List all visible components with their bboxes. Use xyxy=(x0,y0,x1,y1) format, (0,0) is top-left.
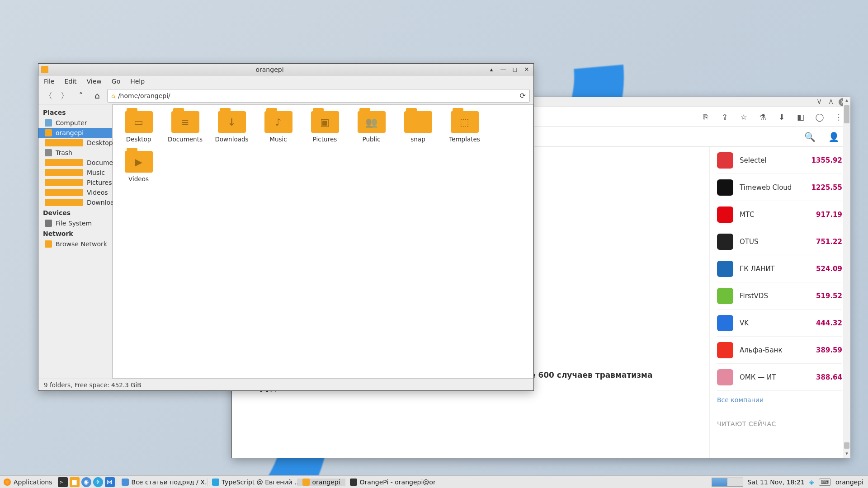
company-name: Selectel xyxy=(740,156,811,164)
dropdown-icon[interactable]: ᐯ xyxy=(815,98,823,106)
telegram-icon[interactable]: ✈ xyxy=(93,477,103,487)
folder-pictures[interactable]: ▣Pictures xyxy=(306,111,344,143)
sidebar-item-music[interactable]: Music xyxy=(38,168,112,178)
sidebar-item-computer[interactable]: Computer xyxy=(38,118,112,128)
sidebar-item-label: Videos xyxy=(87,189,108,196)
browser-scrollbar[interactable]: ▴ ▾ xyxy=(843,147,849,458)
folder-documents[interactable]: ≡Documents xyxy=(166,111,204,143)
folder-snap[interactable]: snap xyxy=(399,111,437,143)
sidebar-item-browse-network[interactable]: Browse Network xyxy=(38,239,112,249)
taskbar-task[interactable]: TypeScript @ Евгений … xyxy=(207,479,297,486)
sidebar-item-downloads[interactable]: Downloads xyxy=(38,197,112,207)
taskbar-task[interactable]: Все статьи подряд / Х… xyxy=(117,479,207,486)
folder-public[interactable]: 👥Public xyxy=(352,111,391,143)
scroll-thumb[interactable] xyxy=(844,442,849,449)
search-icon[interactable]: 🔍 xyxy=(804,131,816,142)
workspace-switcher[interactable] xyxy=(712,478,743,487)
company-row[interactable]: Альфа-Банк389.59 xyxy=(717,337,842,364)
fm-content[interactable]: ▭Desktop≡Documents↓Downloads♪Music▣Pictu… xyxy=(113,104,533,379)
forward-icon[interactable]: 〉 xyxy=(58,89,71,102)
sidebar-item-desktop[interactable]: Desktop xyxy=(38,138,112,148)
folder-icon xyxy=(45,179,83,186)
menu-icon[interactable]: ⋮ xyxy=(834,113,843,122)
company-row[interactable]: ОМК — ИТ388.64 xyxy=(717,364,842,391)
company-price: 388.64 xyxy=(816,373,842,381)
folder-downloads[interactable]: ↓Downloads xyxy=(212,111,251,143)
scroll-down-icon[interactable]: ▾ xyxy=(843,450,849,458)
menu-edit[interactable]: Edit xyxy=(64,78,76,85)
company-row[interactable]: OTUS751.22 xyxy=(717,228,842,255)
chromium-icon[interactable]: ◉ xyxy=(81,477,91,487)
company-price: 917.19 xyxy=(816,211,842,219)
sidebar-item-label: File System xyxy=(56,220,92,227)
company-row[interactable]: VK444.32 xyxy=(717,310,842,337)
sidebar-item-label: orangepi xyxy=(56,129,84,136)
clock[interactable]: Sat 11 Nov, 18:21 xyxy=(748,479,805,486)
up-icon[interactable]: ˄ xyxy=(75,89,87,102)
sidebar-item-pictures[interactable]: Pictures xyxy=(38,178,112,188)
company-row[interactable]: Timeweb Cloud1225.55 xyxy=(717,174,842,201)
send-icon[interactable]: ⎘ xyxy=(701,113,710,122)
home-icon[interactable]: ⌂ xyxy=(91,89,104,102)
folder-desktop[interactable]: ▭Desktop xyxy=(119,111,158,143)
path-text: /home/orangepi/ xyxy=(118,92,170,99)
sidebar-item-documents[interactable]: Documents xyxy=(38,158,112,168)
menu-help[interactable]: Help xyxy=(130,78,145,85)
menu-file[interactable]: File xyxy=(44,78,54,85)
folder-icon xyxy=(45,169,83,176)
folder-label: Templates xyxy=(445,136,484,143)
terminal-icon[interactable]: ＞_ xyxy=(58,477,68,487)
sidebar-item-label: Pictures xyxy=(87,179,112,186)
share-icon[interactable]: ⇪ xyxy=(720,113,729,122)
keyboard-layout-icon[interactable]: ⌨ xyxy=(819,479,831,486)
sidebar-item-file-system[interactable]: File System xyxy=(38,218,112,228)
download-icon[interactable]: ⬇ xyxy=(777,113,786,122)
sidebar-item-videos[interactable]: Videos xyxy=(38,188,112,197)
company-row[interactable]: FirstVDS519.52 xyxy=(717,282,842,310)
applications-menu[interactable]: Applications xyxy=(0,479,56,486)
home-icon: ⌂ xyxy=(111,92,115,99)
sidebar-item-trash[interactable]: Trash xyxy=(38,148,112,158)
star-icon[interactable]: ☆ xyxy=(739,113,748,122)
company-row[interactable]: Selectel1355.92 xyxy=(717,147,842,174)
file-manager-icon[interactable]: ▆ xyxy=(70,477,80,487)
sidebar-item-orangepi[interactable]: orangepi xyxy=(38,128,112,138)
folder-icon xyxy=(404,111,432,133)
folder-music[interactable]: ♪Music xyxy=(259,111,297,143)
window-title: orangepi xyxy=(52,66,487,73)
user-indicator[interactable]: orangepi xyxy=(835,479,863,486)
fm-menubar: FileEditViewGoHelp xyxy=(38,75,533,87)
user-icon[interactable]: 👤 xyxy=(828,131,840,142)
menu-view[interactable]: View xyxy=(87,78,102,85)
panel-icon[interactable]: ◧ xyxy=(796,113,805,122)
address-bar[interactable]: ⌂ /home/orangepi/ ⟳ xyxy=(107,89,530,103)
vscode-icon[interactable]: ⋈ xyxy=(105,477,115,487)
folder-templates[interactable]: ⬚Templates xyxy=(445,111,484,143)
task-icon xyxy=(350,479,357,486)
net-icon xyxy=(45,240,52,248)
rollup-icon[interactable]: ▴ xyxy=(487,66,495,74)
fm-titlebar[interactable]: orangepi ▴ — ◻ ✕ xyxy=(38,64,533,75)
company-logo-icon xyxy=(717,206,733,223)
company-row[interactable]: ГК ЛАНИТ524.09 xyxy=(717,255,842,282)
minimize-icon[interactable]: — xyxy=(499,66,507,74)
company-price: 1225.55 xyxy=(811,183,842,192)
taskbar-task[interactable]: orangepi xyxy=(297,479,345,486)
folder-videos[interactable]: ▶Videos xyxy=(119,151,158,183)
company-logo-icon xyxy=(717,288,733,304)
company-row[interactable]: МТС917.19 xyxy=(717,201,842,228)
computer-icon xyxy=(45,119,52,127)
menu-go[interactable]: Go xyxy=(112,78,120,85)
profile-icon[interactable]: ◯ xyxy=(815,113,824,122)
flask-icon[interactable]: ⚗ xyxy=(758,113,767,122)
telegram-tray-icon[interactable]: ◈ xyxy=(809,479,814,486)
taskbar-task[interactable]: OrangePi - orangepi@or… xyxy=(345,479,435,486)
folder-icon: ▶ xyxy=(125,151,153,173)
sidebar-item-label: Music xyxy=(87,169,105,176)
maximize-icon[interactable]: ◻ xyxy=(511,66,519,74)
refresh-icon[interactable]: ⟳ xyxy=(520,91,526,100)
all-companies-link[interactable]: Все компании xyxy=(717,396,764,404)
close-icon[interactable]: ✕ xyxy=(523,66,531,74)
back-icon[interactable]: 〈 xyxy=(42,89,55,102)
minimize-icon[interactable]: ᐱ xyxy=(827,98,835,106)
